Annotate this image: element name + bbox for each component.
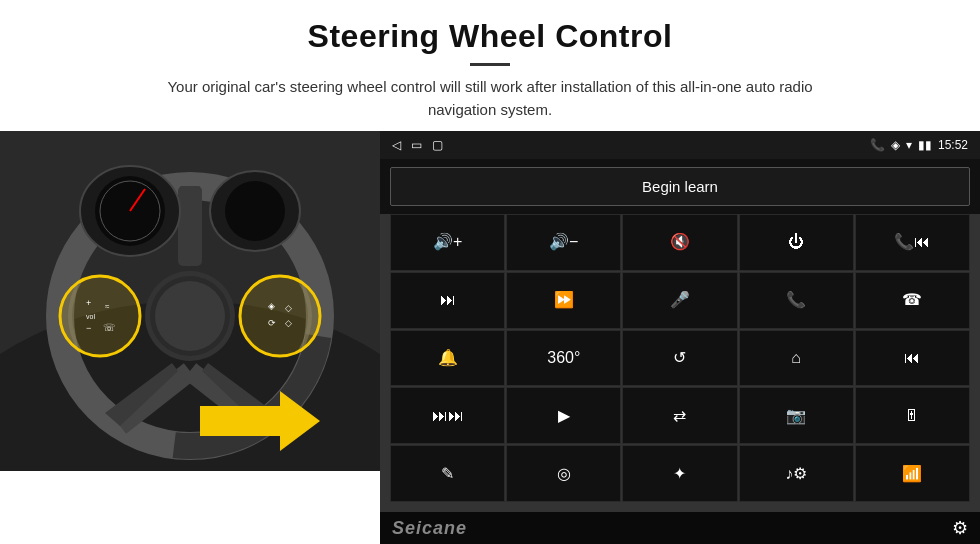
time-display: 15:52	[938, 138, 968, 152]
page-title: Steering Wheel Control	[40, 18, 940, 55]
next-icon: ⏭	[440, 292, 456, 308]
settings-icon[interactable]: ⚙	[952, 517, 968, 539]
back-icon[interactable]: ◁	[392, 138, 401, 152]
hangup-icon: ☎	[902, 292, 922, 308]
steering-wheel-image: + vol − ≈ ☏ ◈ ⟳ ◇ ◇	[0, 131, 380, 471]
svg-text:≈: ≈	[105, 302, 110, 311]
prev2-icon: ⏮	[904, 350, 920, 366]
grid-btn-music[interactable]: ♪⚙	[739, 445, 854, 502]
svg-text:⟳: ⟳	[268, 318, 276, 328]
grid-btn-prev2[interactable]: ⏮	[855, 330, 970, 387]
nav-icon: ▶	[558, 408, 570, 424]
grid-btn-next[interactable]: ⏭	[390, 272, 505, 329]
title-divider	[470, 63, 510, 66]
square-icon[interactable]: ▢	[432, 138, 443, 152]
pen-icon: ✎	[441, 466, 454, 482]
grid-btn-prev-call[interactable]: 📞⏮	[855, 214, 970, 271]
svg-point-19	[225, 181, 285, 241]
header-section: Steering Wheel Control Your original car…	[0, 0, 980, 131]
svg-text:◇: ◇	[285, 303, 292, 313]
grid-btn-cam[interactable]: 📷	[739, 387, 854, 444]
svg-point-10	[155, 281, 225, 351]
svg-text:−: −	[86, 323, 91, 333]
prev-call-icon: 📞⏮	[894, 234, 930, 250]
grid-btn-power[interactable]: ⏻	[739, 214, 854, 271]
grid-btn-skip[interactable]: ⏭⏭	[390, 387, 505, 444]
svg-rect-11	[178, 186, 202, 266]
phone-icon: 📞	[786, 292, 806, 308]
grid-btn-phone[interactable]: 📞	[739, 272, 854, 329]
status-bar: ◁ ▭ ▢ 📞 ◈ ▾ ▮▮ 15:52	[380, 131, 980, 159]
alert-icon: 🔔	[438, 350, 458, 366]
content-area: + vol − ≈ ☏ ◈ ⟳ ◇ ◇ ◁	[0, 131, 980, 544]
music-icon: ♪⚙	[785, 466, 807, 482]
circle-icon: ◎	[557, 466, 571, 482]
src-icon: ⇄	[673, 408, 686, 424]
bt-icon: ✦	[673, 466, 686, 482]
mute-icon: 🔇	[670, 234, 690, 250]
skip-icon: ⏭⏭	[432, 408, 464, 424]
ff-icon: ⏩	[554, 292, 574, 308]
grid-btn-src[interactable]: ⇄	[622, 387, 737, 444]
grid-btn-alert[interactable]: 🔔	[390, 330, 505, 387]
phone-icon: 📞	[870, 138, 885, 152]
status-indicators: 📞 ◈ ▾ ▮▮ 15:52	[870, 138, 968, 152]
vol-up-icon: 🔊+	[433, 234, 462, 250]
power-icon: ⏻	[788, 234, 804, 250]
svg-text:◇: ◇	[285, 318, 292, 328]
mic-icon: 🎤	[670, 292, 690, 308]
eq-icon: 🎚	[904, 408, 920, 424]
cam-icon: 📷	[786, 408, 806, 424]
svg-text:◈: ◈	[268, 301, 275, 311]
svg-text:+: +	[86, 298, 91, 308]
grid-btn-back[interactable]: ↺	[622, 330, 737, 387]
nav-controls: ◁ ▭ ▢	[392, 138, 443, 152]
bottom-bar: Seicane ⚙	[380, 512, 980, 544]
grid-btn-home[interactable]: ⌂	[739, 330, 854, 387]
window-icon[interactable]: ▭	[411, 138, 422, 152]
grid-btn-vol-up[interactable]: 🔊+	[390, 214, 505, 271]
cam360-icon: 360°	[547, 350, 580, 366]
grid-btn-circle[interactable]: ◎	[506, 445, 621, 502]
location-icon: ◈	[891, 138, 900, 152]
grid-btn-hangup[interactable]: ☎	[855, 272, 970, 329]
grid-btn-bt[interactable]: ✦	[622, 445, 737, 502]
wifi-icon: ▾	[906, 138, 912, 152]
control-panel: ◁ ▭ ▢ 📞 ◈ ▾ ▮▮ 15:52 Begin learn 🔊+🔊−🔇⏻📞	[380, 131, 980, 544]
grid-btn-cam360[interactable]: 360°	[506, 330, 621, 387]
subtitle: Your original car's steering wheel contr…	[140, 76, 840, 121]
signal-icon: ▮▮	[918, 138, 932, 152]
home-icon: ⌂	[791, 350, 801, 366]
svg-point-20	[60, 276, 140, 356]
begin-learn-row: Begin learn	[380, 159, 980, 214]
bars-icon: 📶	[902, 466, 922, 482]
grid-btn-nav[interactable]: ▶	[506, 387, 621, 444]
vol-down-icon: 🔊−	[549, 234, 578, 250]
svg-text:☏: ☏	[103, 322, 116, 333]
control-grid: 🔊+🔊−🔇⏻📞⏮⏭⏩🎤📞☎🔔360°↺⌂⏮⏭⏭▶⇄📷🎚✎◎✦♪⚙📶	[380, 214, 980, 512]
grid-btn-eq[interactable]: 🎚	[855, 387, 970, 444]
svg-text:vol: vol	[86, 313, 95, 320]
page-wrapper: Steering Wheel Control Your original car…	[0, 0, 980, 544]
grid-btn-mic[interactable]: 🎤	[622, 272, 737, 329]
begin-learn-button[interactable]: Begin learn	[390, 167, 970, 206]
svg-point-21	[240, 276, 320, 356]
grid-btn-ff[interactable]: ⏩	[506, 272, 621, 329]
grid-btn-vol-down[interactable]: 🔊−	[506, 214, 621, 271]
grid-btn-pen[interactable]: ✎	[390, 445, 505, 502]
grid-btn-bars[interactable]: 📶	[855, 445, 970, 502]
back-icon: ↺	[673, 350, 686, 366]
seicane-watermark: Seicane	[392, 518, 467, 539]
grid-btn-mute[interactable]: 🔇	[622, 214, 737, 271]
